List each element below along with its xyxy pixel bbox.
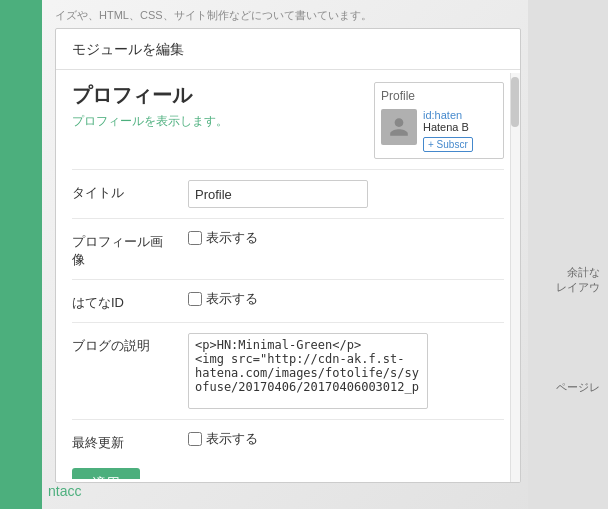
blog-description-textarea-wrapper: <p>HN:Minimal-Green</p> <img src="http:/… bbox=[188, 333, 428, 409]
profile-image-checkbox-wrapper: 表示する bbox=[188, 229, 258, 247]
hatena-id-control: 表示する bbox=[188, 290, 504, 308]
right-label-1: 余計な bbox=[567, 265, 600, 280]
ntaco-text: ntacc bbox=[48, 483, 81, 499]
preview-blog-name: Hatena B bbox=[423, 121, 497, 133]
sidebar-accent bbox=[0, 0, 42, 509]
blog-description-label: ブログの説明 bbox=[72, 333, 172, 355]
blog-description-textarea[interactable]: <p>HN:Minimal-Green</p> <img src="http:/… bbox=[188, 333, 428, 409]
hatena-id-label: はてなID bbox=[72, 290, 172, 312]
modal-title-label: モジュールを編集 bbox=[72, 41, 184, 57]
title-field-control bbox=[188, 180, 504, 208]
profile-image-checkbox[interactable] bbox=[188, 231, 202, 245]
blog-description-control: <p>HN:Minimal-Green</p> <img src="http:/… bbox=[188, 333, 504, 409]
preview-card-content: id:haten Hatena B + Subscr bbox=[381, 109, 497, 152]
hatena-id-checkbox-label: 表示する bbox=[206, 290, 258, 308]
preview-username: id:haten bbox=[423, 109, 497, 121]
profile-image-label: プロフィール画像 bbox=[72, 229, 172, 269]
last-update-checkbox-wrapper: 表示する bbox=[188, 430, 258, 448]
last-update-label: 最終更新 bbox=[72, 430, 172, 452]
profile-preview-card: Profile id:haten Hatena B + Subscr bbox=[374, 82, 504, 159]
profile-image-row: プロフィール画像 表示する bbox=[72, 218, 504, 279]
title-input[interactable] bbox=[188, 180, 368, 208]
preview-card-title: Profile bbox=[381, 89, 497, 103]
modal-body: Profile id:haten Hatena B + Subscr bbox=[56, 70, 520, 479]
background-text-top: イズや、HTML、CSS、サイト制作などについて書いています。 bbox=[55, 8, 608, 23]
modal-scrollbar-thumb[interactable] bbox=[511, 77, 519, 127]
avatar bbox=[381, 109, 417, 145]
profile-image-checkbox-label: 表示する bbox=[206, 229, 258, 247]
last-update-control: 表示する bbox=[188, 430, 504, 448]
last-update-checkbox-label: 表示する bbox=[206, 430, 258, 448]
hatena-id-checkbox[interactable] bbox=[188, 292, 202, 306]
modal-dialog: モジュールを編集 Profile id:haten Hatena B bbox=[55, 28, 521, 483]
modal-header: モジュールを編集 bbox=[56, 29, 520, 70]
right-label-2: レイアウ bbox=[556, 280, 600, 295]
hatena-id-row: はてなID 表示する bbox=[72, 279, 504, 322]
profile-image-control: 表示する bbox=[188, 229, 504, 247]
right-label-3: ページレ bbox=[556, 380, 600, 395]
section-header: Profile id:haten Hatena B + Subscr bbox=[72, 82, 504, 169]
title-field-row: タイトル bbox=[72, 169, 504, 218]
preview-subscribe-label: + Subscr bbox=[428, 139, 468, 150]
preview-subscribe-button[interactable]: + Subscr bbox=[423, 137, 473, 152]
hatena-id-checkbox-wrapper: 表示する bbox=[188, 290, 258, 308]
preview-info: id:haten Hatena B + Subscr bbox=[423, 109, 497, 152]
modal-scrollbar[interactable] bbox=[510, 73, 520, 482]
apply-button[interactable]: 適用 bbox=[72, 468, 140, 479]
last-update-checkbox[interactable] bbox=[188, 432, 202, 446]
blog-description-row: ブログの説明 <p>HN:Minimal-Green</p> <img src=… bbox=[72, 322, 504, 419]
title-field-label: タイトル bbox=[72, 180, 172, 202]
last-update-row: 最終更新 表示する bbox=[72, 419, 504, 462]
right-decoration bbox=[528, 0, 608, 509]
